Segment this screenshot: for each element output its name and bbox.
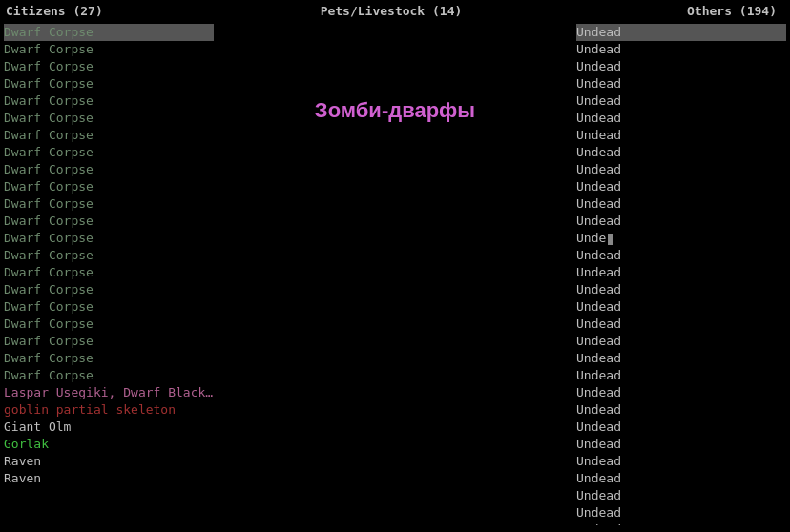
left-list-item[interactable]: Raven <box>4 470 214 487</box>
right-list-item[interactable]: Undead <box>576 41 786 58</box>
left-list-item[interactable]: Dwarf Corpse <box>4 41 214 58</box>
left-list-item[interactable]: Dwarf Corpse <box>4 333 214 350</box>
left-list-item[interactable]: Dwarf Corpse <box>4 247 214 264</box>
left-column: Dwarf CorpseDwarf CorpseDwarf CorpseDwar… <box>0 22 218 525</box>
right-list-item[interactable]: Undead <box>576 144 786 161</box>
right-list-item[interactable]: Undead <box>576 487 786 504</box>
others-header[interactable]: Others (194) <box>520 4 784 18</box>
right-list-item[interactable]: Undead <box>576 247 786 264</box>
right-list-item[interactable]: Undead <box>576 24 786 41</box>
left-list-item[interactable]: Dwarf Corpse <box>4 213 214 230</box>
left-list-item[interactable]: Dwarf Corpse <box>4 230 214 247</box>
scrollbar-indicator <box>608 234 613 245</box>
left-list-item[interactable]: Dwarf Corpse <box>4 298 214 316</box>
left-list-item[interactable]: Dwarf Corpse <box>4 264 214 281</box>
right-list-item[interactable]: Undead <box>576 436 786 453</box>
right-list-item[interactable]: Undead <box>576 333 786 350</box>
left-list-item[interactable]: Dwarf Corpse <box>4 350 214 367</box>
right-list-item[interactable]: Undead <box>576 419 786 436</box>
center-column: Зомби-дварфы <box>218 22 572 525</box>
right-list-item[interactable]: Undead <box>576 127 786 144</box>
header: Citizens (27) Pets/Livestock (14) Others… <box>0 0 790 22</box>
right-list-item[interactable]: Undead <box>576 470 786 487</box>
left-list-item[interactable]: Gorlak <box>4 436 214 453</box>
left-list-item[interactable]: Laspar Usegiki, Dwarf Blacksmith necroma… <box>4 384 214 401</box>
right-list-item[interactable]: Undead <box>576 75 786 92</box>
pets-header[interactable]: Pets/Livestock (14) <box>262 4 519 18</box>
right-list-item[interactable]: Undead <box>576 298 786 316</box>
right-list-item[interactable]: Undead <box>576 281 786 298</box>
left-list-item[interactable]: Raven <box>4 453 214 470</box>
left-list-item[interactable]: Dwarf Corpse <box>4 75 214 92</box>
right-list-item[interactable]: Undead <box>576 58 786 75</box>
left-list-item[interactable]: Dwarf Corpse <box>4 161 214 178</box>
right-list-item[interactable]: Undead <box>576 522 786 525</box>
left-list-item[interactable]: Dwarf Corpse <box>4 127 214 144</box>
right-list-item[interactable]: Undead <box>576 178 786 195</box>
left-list-item[interactable]: Dwarf Corpse <box>4 110 214 127</box>
right-list-item[interactable]: Undead <box>576 195 786 213</box>
right-list-item[interactable]: Undead <box>576 213 786 230</box>
right-list-item[interactable]: Undead <box>576 401 786 419</box>
right-list-item[interactable]: Undead <box>576 384 786 401</box>
left-list-item[interactable]: Dwarf Corpse <box>4 92 214 110</box>
left-list-item[interactable]: Dwarf Corpse <box>4 178 214 195</box>
right-list-item[interactable]: Undead <box>576 110 786 127</box>
center-label: Зомби-дварфы <box>315 98 475 123</box>
main-area: Dwarf CorpseDwarf CorpseDwarf CorpseDwar… <box>0 22 790 525</box>
right-list-item[interactable]: Undead <box>576 316 786 333</box>
left-list-item[interactable]: Dwarf Corpse <box>4 281 214 298</box>
right-list-item[interactable]: Undead <box>576 453 786 470</box>
left-list-item[interactable]: Dwarf Corpse <box>4 367 214 384</box>
right-list-item[interactable]: Unde <box>576 230 786 247</box>
citizens-header[interactable]: Citizens (27) <box>6 4 262 18</box>
left-list-item[interactable]: Dwarf Corpse <box>4 24 214 41</box>
left-list-item[interactable]: Dwarf Corpse <box>4 58 214 75</box>
left-list-item[interactable]: Dwarf Corpse <box>4 195 214 213</box>
right-column: UndeadUndeadUndeadUndeadUndeadUndeadUnde… <box>572 22 790 525</box>
right-list-item[interactable]: Undead <box>576 504 786 522</box>
left-list-item[interactable]: Giant Olm <box>4 419 214 436</box>
right-list-item[interactable]: Undead <box>576 264 786 281</box>
right-list-item[interactable]: Undead <box>576 350 786 367</box>
left-list-item[interactable]: Dwarf Corpse <box>4 144 214 161</box>
left-list-item[interactable]: goblin partial skeleton <box>4 401 214 419</box>
right-list-item[interactable]: Undead <box>576 367 786 384</box>
right-list-item[interactable]: Undead <box>576 161 786 178</box>
left-list-item[interactable]: Dwarf Corpse <box>4 316 214 333</box>
right-list-item[interactable]: Undead <box>576 92 786 110</box>
